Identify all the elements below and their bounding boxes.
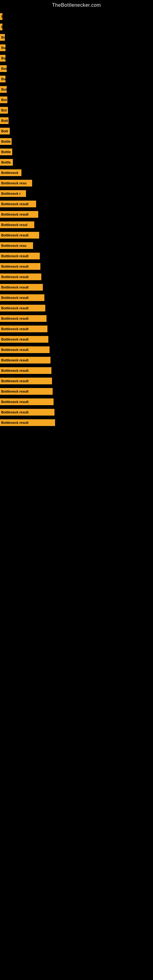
bar-item: Bottleneck result	[0, 263, 40, 270]
bar-item: Bottleneck result	[0, 398, 54, 405]
bar-item: Bot	[0, 65, 7, 72]
bar-row: Bot	[0, 106, 153, 115]
bar-row: Bottleneck result	[0, 345, 153, 354]
bar-item: Bottleneck result	[0, 200, 36, 207]
bar-row: Bottleneck result	[0, 408, 153, 417]
bar-row: Bot	[0, 64, 153, 73]
bar-row: Bottleneck result	[0, 398, 153, 406]
bar-label: Bottleneck result	[1, 369, 29, 372]
bar-label: Bottleneck result	[1, 410, 29, 414]
bar-row: Bottleneck result	[0, 418, 153, 427]
bar-label: Bottleneck resu	[1, 244, 27, 247]
bar-item: Bottleneck result	[0, 315, 46, 322]
bar-item: Bottleneck result	[0, 346, 49, 353]
bar-item: B	[0, 24, 2, 30]
bar-label: Bo	[1, 77, 5, 81]
bar-row: Bo	[0, 43, 153, 52]
bar-label: Bottleneck result	[1, 285, 29, 289]
bar-item: Bottleneck	[0, 169, 21, 176]
bar-label: Bottleneck result	[1, 233, 29, 237]
bar-label: Bottleneck result	[1, 275, 29, 279]
bar-item: Bottleneck result	[0, 388, 53, 395]
bar-row: Bo	[0, 54, 153, 62]
bar-row: Bottleneck result	[0, 283, 153, 291]
site-title: TheBottlenecker.com	[0, 0, 153, 9]
bar-row: Bottleneck resul	[0, 221, 153, 229]
bar-label: Bot	[1, 67, 7, 70]
bar-item: Bottleneck resul	[0, 221, 34, 228]
bar-item: Bot	[0, 107, 8, 114]
bar-row: Bottleneck result	[0, 366, 153, 375]
bar-label: Bott	[1, 119, 8, 123]
bar-item: Bo	[0, 55, 5, 62]
bar-label: Bo	[1, 46, 5, 49]
bar-label: Bottleneck result	[1, 296, 29, 299]
bar-label: Bottleneck r	[1, 192, 21, 196]
bar-row: Bottleneck resu	[0, 179, 153, 188]
bar-item: Bott	[0, 117, 9, 124]
bar-item: Bottleneck result	[0, 305, 45, 312]
bar-label: Bo	[1, 35, 5, 39]
bar-label: Bottleneck result	[1, 202, 29, 206]
bar-label: Bottleneck result	[1, 317, 29, 320]
bar-item: Bot	[0, 97, 7, 103]
bar-row: B	[0, 23, 153, 31]
bar-row: Bott	[0, 116, 153, 125]
bar-item: Bottle	[0, 148, 12, 155]
bar-row: Bottleneck r	[0, 189, 153, 198]
bar-label: Bo	[1, 56, 5, 60]
bar-item: Bottleneck resu	[0, 242, 33, 249]
bar-label: Bottleneck result	[1, 400, 29, 404]
bar-item: Bott	[0, 128, 10, 134]
bar-item: Bottleneck result	[0, 419, 55, 426]
bar-item: Bo	[0, 76, 5, 83]
bar-row: Bottleneck result	[0, 210, 153, 219]
bar-item: Bottleneck result	[0, 232, 39, 239]
bar-item: Bottleneck result	[0, 357, 51, 364]
bar-row: Bottleneck	[0, 169, 153, 177]
bar-item: Bo	[0, 34, 5, 41]
bar-label: Bottleneck result	[1, 421, 29, 425]
bar-row: Bottleneck result	[0, 272, 153, 281]
bar-row: Bottleneck result	[0, 325, 153, 333]
bar-label: Bottleneck resul	[1, 223, 27, 227]
bar-label: Bottleneck result	[1, 358, 29, 362]
bar-label: Bottleneck result	[1, 306, 29, 310]
bar-label: Bottleneck result	[1, 213, 29, 216]
bar-label: Bot	[1, 108, 7, 112]
bar-row: Bottleneck resu	[0, 241, 153, 250]
bar-label: Bottle	[1, 150, 11, 154]
bar-label: Bottleneck resu	[1, 181, 27, 185]
bar-label: B	[1, 25, 2, 29]
bar-row: Bottleneck result	[0, 252, 153, 260]
bar-row: Bottleneck result	[0, 200, 153, 208]
bar-item: Bottleneck result	[0, 326, 48, 332]
bar-row: Bottleneck result	[0, 377, 153, 385]
bar-item: Bottle	[0, 138, 12, 145]
bar-row: Bot	[0, 85, 153, 94]
bar-row: Bottle	[0, 137, 153, 146]
bar-item: Bo	[0, 45, 5, 51]
bar-row: Bottleneck result	[0, 262, 153, 271]
bar-label: Bottle	[1, 140, 11, 143]
bar-item: Bottleneck result	[0, 409, 54, 415]
bar-label: Bottleneck result	[1, 337, 29, 341]
bar-label: Bot	[1, 98, 7, 102]
bar-item: Bottle	[0, 159, 13, 166]
bar-label: Bottleneck result	[1, 379, 29, 383]
bar-row: Bottleneck result	[0, 293, 153, 302]
bar-item: B	[0, 13, 2, 20]
bar-label: Bottleneck result	[1, 327, 29, 331]
bar-item: Bottleneck result	[0, 211, 38, 218]
bar-row: Bottleneck result	[0, 387, 153, 396]
bar-row: Bott	[0, 127, 153, 135]
bar-row: Bottleneck result	[0, 356, 153, 364]
bar-label: Bott	[1, 129, 8, 133]
bar-item: Bottleneck result	[0, 253, 40, 259]
bar-label: Bottleneck result	[1, 265, 29, 268]
bar-label: Bottleneck result	[1, 254, 29, 258]
bar-label: Bottleneck result	[1, 348, 29, 352]
bar-item: Bottleneck result	[0, 367, 51, 374]
bar-item: Bottleneck result	[0, 284, 43, 291]
bar-item: Bottleneck resu	[0, 180, 32, 186]
